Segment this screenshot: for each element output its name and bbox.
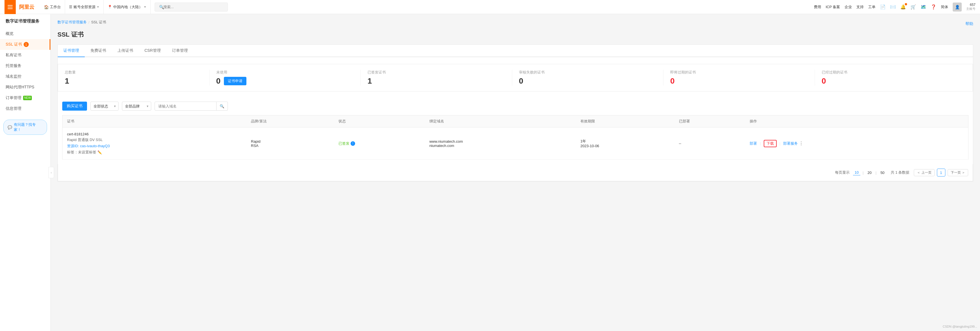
- download-btn[interactable]: 下载: [764, 140, 777, 147]
- status-info-icon[interactable]: !: [351, 141, 355, 146]
- sidebar-container: 数字证书管理服务 概览 SSL 证书 1 私有证书 托管服务 域名监控 网站代理…: [0, 14, 51, 331]
- cert-resource-id[interactable]: 资源ID: cas-ivauto-thayQ3: [67, 144, 242, 149]
- account-nav[interactable]: ☰ 账号全部资源 ▼: [65, 0, 103, 14]
- th-status: 状态: [334, 116, 425, 128]
- cert-id: cert-8181246: [67, 132, 242, 136]
- cert-validity: 1年: [581, 139, 670, 144]
- nav-user-info[interactable]: 657 主账号: [966, 3, 975, 11]
- td-cert-info: cert-8181246 Rapid 普通版 DV SSL 资源ID: cas-…: [62, 128, 247, 160]
- workbench-label: 工作台: [50, 5, 61, 10]
- next-page-btn[interactable]: 下一页 ＞: [948, 169, 968, 176]
- sidebar-item-domain-monitor[interactable]: 域名监控: [0, 71, 51, 82]
- th-deployed: 已部署: [675, 116, 745, 128]
- stat-issued-value: 1: [368, 76, 505, 86]
- cert-tags-text: 标签：未设置标签: [67, 150, 96, 155]
- stat-total-label: 总数量: [65, 70, 202, 75]
- sidebar-collapse-button[interactable]: ‹: [48, 167, 54, 178]
- brand-filter-wrapper: 全部品牌 Rapid DigiCert GlobalSign ▼: [122, 101, 151, 111]
- ask-expert-btn[interactable]: 💬 有问题？找专家！: [3, 120, 47, 135]
- stat-unused-row: 0 证书申请: [216, 76, 354, 86]
- page-size-20[interactable]: 20: [866, 170, 873, 175]
- nav-message-icon[interactable]: ✉️: [890, 4, 896, 10]
- hamburger-menu[interactable]: [5, 0, 16, 14]
- logo-text: 阿里云: [19, 4, 34, 10]
- nav-location-icon[interactable]: 🗺️: [921, 4, 926, 10]
- stat-expiring-value: 0: [670, 76, 808, 86]
- nav-avatar[interactable]: 👤: [953, 3, 962, 11]
- search-input[interactable]: [154, 3, 228, 11]
- region-nav[interactable]: 📍 中国内地（大陆） ▼: [103, 0, 151, 14]
- nav-help-icon[interactable]: ❓: [931, 4, 936, 10]
- tab-free-cert[interactable]: 免费证书: [85, 45, 112, 57]
- workbench-nav[interactable]: 🏠 工作台: [40, 0, 65, 14]
- deploy-service-btn[interactable]: 部署服务: [783, 141, 798, 146]
- nav-enterprise[interactable]: 企业: [845, 5, 852, 10]
- domain-search-input[interactable]: [154, 101, 216, 111]
- more-actions-icon[interactable]: ⋮: [799, 141, 803, 146]
- table-row: cert-8181246 Rapid 普通版 DV SSL 资源ID: cas-…: [62, 128, 969, 160]
- account-label: 账号全部资源: [73, 5, 95, 10]
- nav-docs-icon[interactable]: 📄: [880, 4, 886, 10]
- top-navigation: 阿里云 🏠 工作台 ☰ 账号全部资源 ▼ 📍 中国内地（大陆） ▼ 🔍 费用 I…: [0, 0, 980, 14]
- td-validity: 1年 2023-10-06: [576, 128, 674, 160]
- prev-page-btn[interactable]: ＜ 上一页: [914, 169, 934, 176]
- apply-cert-btn[interactable]: 证书申请: [224, 77, 247, 85]
- sidebar-item-managed-service[interactable]: 托管服务: [0, 60, 51, 71]
- status-filter-wrapper: 全部状态 已签发 未使用 审核失败 即将过期 已过期 ▼: [91, 101, 119, 111]
- cert-brand: Rapid: [251, 139, 329, 144]
- sidebar-item-order-mgmt[interactable]: 订单管理 NEW: [0, 93, 51, 103]
- td-domains: www.niumatech.com niumatech.com: [425, 128, 576, 160]
- td-brand: Rapid RSA: [247, 128, 334, 160]
- sidebar-item-https-proxy[interactable]: 网站代理HTTPS: [0, 82, 51, 93]
- nav-lang[interactable]: 简体: [941, 5, 948, 10]
- domain-search-wrapper: 🔍: [154, 101, 228, 111]
- nav-user-id: 657: [970, 3, 975, 7]
- page-size-10[interactable]: 10: [853, 170, 860, 175]
- tab-cert-management[interactable]: 证书管理: [58, 45, 85, 57]
- collapse-arrow-icon: ‹: [51, 171, 51, 174]
- breadcrumb-cert-service[interactable]: 数字证书管理服务: [57, 20, 87, 25]
- nav-cart-icon[interactable]: 🛒: [910, 4, 916, 10]
- tab-csr-mgmt[interactable]: CSR管理: [139, 45, 166, 57]
- breadcrumb-ssl: SSL 证书: [91, 20, 107, 25]
- brand-filter-select[interactable]: 全部品牌 Rapid DigiCert GlobalSign: [122, 101, 151, 111]
- nav-workorder[interactable]: 工单: [868, 5, 875, 10]
- sidebar-item-info-mgmt[interactable]: 信息管理: [0, 103, 51, 114]
- cert-status-text: 已签发: [339, 141, 350, 146]
- nav-bell-icon[interactable]: 🔔: [900, 4, 906, 10]
- domain-search-btn[interactable]: 🔍: [216, 101, 228, 111]
- current-page-num[interactable]: 1: [937, 169, 945, 176]
- toolbar: 购买证书 全部状态 已签发 未使用 审核失败 即将过期 已过期 ▼: [62, 97, 969, 111]
- help-link[interactable]: 帮助: [966, 21, 973, 27]
- tab-order-mgmt[interactable]: 订单管理: [166, 45, 194, 57]
- th-actions: 操作: [745, 116, 968, 128]
- cert-deployed-count: --: [679, 141, 681, 146]
- sidebar-item-private-cert[interactable]: 私有证书: [0, 50, 51, 60]
- buy-cert-btn[interactable]: 购买证书: [62, 101, 87, 111]
- pagination-bar: 每页显示 10 | 20 | 50 共 1 条数据 ＜ 上一页 1 下一页 ＞: [58, 164, 973, 181]
- stat-unused-value: 0: [216, 76, 221, 86]
- page-size-50[interactable]: 50: [879, 170, 886, 175]
- logo[interactable]: 阿里云: [19, 4, 34, 10]
- nav-fees[interactable]: 费用: [814, 5, 821, 10]
- deploy-btn[interactable]: 部署: [749, 141, 757, 146]
- tab-bar: 证书管理 免费证书 上传证书 CSR管理 订单管理: [58, 45, 973, 57]
- tags-edit-icon[interactable]: ✏️: [97, 150, 102, 155]
- th-brand: 品牌/算法: [247, 116, 334, 128]
- status-filter-select[interactable]: 全部状态 已签发 未使用 审核失败 即将过期 已过期: [91, 101, 119, 111]
- stat-unused-label: 未使用: [216, 70, 354, 75]
- nav-support[interactable]: 支持: [856, 5, 864, 10]
- main-content: 数字证书管理服务 / SSL 证书 帮助 SSL 证书 证书管理 免费证书 上传…: [51, 14, 980, 331]
- cert-domain-2: niumatech.com: [430, 144, 571, 148]
- account-dropdown-icon: ▼: [97, 5, 99, 8]
- stat-expired: 已经过期的证书 0: [815, 70, 966, 86]
- th-validity: 有效期限: [576, 116, 674, 128]
- sidebar-item-overview[interactable]: 概览: [0, 29, 51, 39]
- td-deployed: --: [675, 128, 745, 160]
- stat-failed-label: 审核失败的证书: [519, 70, 657, 75]
- tab-upload-cert[interactable]: 上传证书: [112, 45, 139, 57]
- sidebar: 数字证书管理服务 概览 SSL 证书 1 私有证书 托管服务 域名监控 网站代理…: [0, 14, 51, 331]
- sidebar-item-ssl-cert[interactable]: SSL 证书 1: [0, 39, 51, 50]
- nav-icp[interactable]: ICP 备案: [826, 5, 840, 10]
- breadcrumb-sep-1: /: [88, 20, 89, 24]
